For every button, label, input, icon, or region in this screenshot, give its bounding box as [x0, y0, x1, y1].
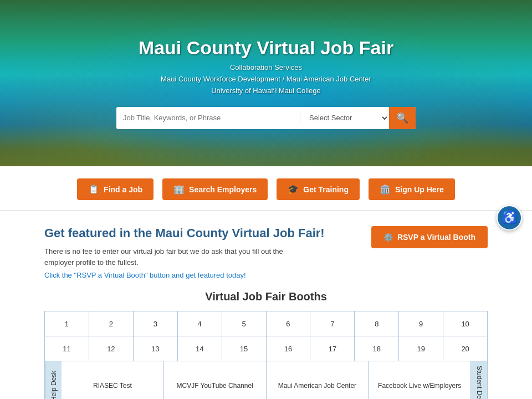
search-input[interactable]	[116, 107, 300, 129]
job-center-cell[interactable]: Maui American Job Center	[267, 361, 369, 399]
booth-10[interactable]: 10	[443, 311, 487, 336]
booth-1[interactable]: 1	[45, 311, 89, 336]
search-employers-button[interactable]: 🏢 Search Employers	[162, 178, 268, 200]
booth-row-2: 11 12 13 14 15 16 17 18 19 20	[45, 336, 487, 361]
facebook-live-cell[interactable]: Facebook Live w/Employers	[369, 361, 470, 399]
search-employers-label: Search Employers	[189, 185, 257, 194]
get-training-label: Get Training	[303, 185, 349, 194]
booth-14[interactable]: 14	[178, 336, 222, 361]
booth-6[interactable]: 6	[267, 311, 311, 336]
search-button[interactable]: 🔍	[389, 107, 416, 129]
search-bar: Select Sector Healthcare Technology Reta…	[116, 107, 416, 129]
featured-title: Get featured in the Maui County Virtual …	[44, 226, 325, 241]
booth-row-1: 1 2 3 4 5 6 7 8 9 10	[45, 311, 487, 336]
hero-section: Maui County Virtual Job Fair Collaborati…	[0, 0, 532, 166]
youtube-channel-cell[interactable]: MCVJF YouTube Channel	[164, 361, 267, 399]
booth-9[interactable]: 9	[399, 311, 443, 336]
rsvp-icon: ⚙️	[383, 233, 393, 242]
hero-title: Maui County Virtual Job Fair	[139, 37, 393, 59]
search-employers-icon: 🏢	[173, 184, 185, 195]
booth-11[interactable]: 11	[45, 336, 89, 361]
booth-12[interactable]: 12	[89, 336, 134, 361]
booth-18[interactable]: 18	[355, 336, 399, 361]
special-row: Help Desk RIASEC Test MCVJF YouTube Chan…	[45, 361, 487, 399]
featured-description: There is no fee to enter our virtual job…	[44, 246, 288, 268]
find-job-icon: 📋	[88, 184, 99, 195]
student-desk-label: Student Desk	[470, 361, 487, 399]
featured-section: Get featured in the Maui County Virtual …	[0, 211, 532, 290]
find-job-button[interactable]: 📋 Find a Job	[77, 178, 154, 200]
sign-up-label: Sign Up Here	[395, 185, 444, 194]
booth-13[interactable]: 13	[134, 336, 178, 361]
find-job-label: Find a Job	[104, 185, 142, 194]
booth-19[interactable]: 19	[399, 336, 443, 361]
riasec-test-cell[interactable]: RIASEC Test	[62, 361, 164, 399]
booths-grid: 1 2 3 4 5 6 7 8 9 10 11 12 13 14 15 16 1…	[44, 311, 488, 399]
booth-2[interactable]: 2	[89, 311, 134, 336]
action-bar: 📋 Find a Job 🏢 Search Employers 🎓 Get Tr…	[0, 166, 532, 211]
sign-up-button[interactable]: 🏛️ Sign Up Here	[369, 178, 455, 200]
booth-15[interactable]: 15	[222, 336, 267, 361]
accessibility-button[interactable]: ♿	[497, 205, 522, 231]
hero-subtitle: Collaboration Services Maui County Workf…	[161, 62, 371, 96]
rsvp-button[interactable]: ⚙️ RSVP a Virtual Booth	[371, 226, 488, 248]
booths-section: Virtual Job Fair Booths 1 2 3 4 5 6 7 8 …	[0, 290, 532, 399]
booth-8[interactable]: 8	[355, 311, 399, 336]
search-icon: 🔍	[396, 112, 408, 124]
booth-20[interactable]: 20	[443, 336, 487, 361]
booths-title: Virtual Job Fair Booths	[44, 290, 488, 303]
booth-4[interactable]: 4	[178, 311, 222, 336]
accessibility-icon: ♿	[502, 211, 517, 225]
hero-subtitle-line2: Maui County Workforce Development / Maui…	[161, 74, 371, 85]
featured-text: Get featured in the Maui County Virtual …	[44, 226, 325, 279]
booth-17[interactable]: 17	[310, 336, 355, 361]
booth-3[interactable]: 3	[134, 311, 178, 336]
featured-link[interactable]: Click the "RSVP a Virtual Booth" button …	[44, 271, 325, 279]
get-training-button[interactable]: 🎓 Get Training	[277, 178, 360, 200]
booth-5[interactable]: 5	[222, 311, 267, 336]
sector-select[interactable]: Select Sector Healthcare Technology Reta…	[300, 107, 389, 129]
booth-16[interactable]: 16	[267, 336, 311, 361]
get-training-icon: 🎓	[288, 184, 299, 195]
hero-subtitle-line3: University of Hawaiʻi Maui College	[161, 85, 371, 97]
hero-subtitle-line1: Collaboration Services	[161, 62, 371, 74]
help-desk-label: Help Desk	[45, 361, 62, 399]
feature-cells: RIASEC Test MCVJF YouTube Channel Maui A…	[62, 361, 470, 399]
booth-7[interactable]: 7	[310, 311, 355, 336]
rsvp-label: RSVP a Virtual Booth	[397, 233, 475, 242]
sign-up-icon: 🏛️	[380, 184, 391, 195]
